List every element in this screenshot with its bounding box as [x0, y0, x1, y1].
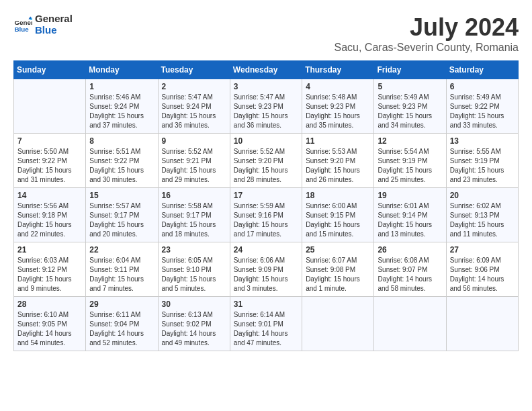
day-info: Sunrise: 5:54 AMSunset: 9:19 PMDaylight:… — [378, 147, 442, 185]
day-info: Sunrise: 5:47 AMSunset: 9:24 PMDaylight:… — [162, 93, 226, 130]
weekday-header-tuesday: Tuesday — [158, 61, 230, 79]
day-info: Sunrise: 5:55 AMSunset: 9:19 PMDaylight:… — [450, 147, 515, 185]
calendar-cell: 4Sunrise: 5:48 AMSunset: 9:23 PMDaylight… — [302, 79, 374, 134]
day-number: 29 — [89, 300, 154, 309]
day-number: 19 — [378, 191, 442, 200]
calendar-cell: 14Sunrise: 5:56 AMSunset: 9:18 PMDayligh… — [14, 188, 86, 242]
day-number: 8 — [89, 136, 154, 146]
day-number: 4 — [306, 82, 370, 91]
day-number: 26 — [378, 245, 442, 255]
calendar-cell: 19Sunrise: 6:01 AMSunset: 9:14 PMDayligh… — [374, 188, 446, 242]
calendar-cell: 15Sunrise: 5:57 AMSunset: 9:17 PMDayligh… — [86, 188, 158, 242]
logo: General Blue General Blue — [13, 13, 73, 36]
day-number: 20 — [450, 191, 515, 200]
calendar-cell: 16Sunrise: 5:58 AMSunset: 9:17 PMDayligh… — [158, 188, 230, 242]
day-info: Sunrise: 6:03 AMSunset: 9:12 PMDaylight:… — [17, 256, 82, 293]
day-number: 13 — [450, 136, 515, 146]
day-number: 16 — [162, 191, 226, 200]
day-info: Sunrise: 5:56 AMSunset: 9:18 PMDaylight:… — [17, 201, 82, 239]
day-number: 5 — [378, 82, 442, 91]
calendar-cell: 20Sunrise: 6:02 AMSunset: 9:13 PMDayligh… — [446, 188, 518, 242]
day-info: Sunrise: 6:00 AMSunset: 9:15 PMDaylight:… — [306, 201, 370, 239]
logo-icon: General Blue — [13, 15, 32, 34]
day-number: 1 — [89, 82, 154, 91]
calendar-cell: 1Sunrise: 5:46 AMSunset: 9:24 PMDaylight… — [86, 79, 158, 134]
day-number: 15 — [89, 191, 154, 200]
calendar-header: SundayMondayTuesdayWednesdayThursdayFrid… — [14, 61, 519, 79]
day-info: Sunrise: 5:58 AMSunset: 9:17 PMDaylight:… — [162, 201, 226, 239]
day-number: 31 — [234, 300, 298, 309]
day-info: Sunrise: 5:46 AMSunset: 9:24 PMDaylight:… — [89, 93, 154, 130]
calendar-cell: 28Sunrise: 6:10 AMSunset: 9:05 PMDayligh… — [14, 297, 86, 351]
calendar-cell: 13Sunrise: 5:55 AMSunset: 9:19 PMDayligh… — [446, 134, 518, 188]
logo-blue-text: Blue — [35, 25, 73, 36]
day-info: Sunrise: 5:47 AMSunset: 9:23 PMDaylight:… — [234, 93, 298, 130]
day-number: 12 — [378, 136, 442, 146]
day-info: Sunrise: 5:53 AMSunset: 9:20 PMDaylight:… — [306, 147, 370, 185]
calendar-cell: 6Sunrise: 5:49 AMSunset: 9:22 PMDaylight… — [446, 79, 518, 134]
day-info: Sunrise: 5:49 AMSunset: 9:22 PMDaylight:… — [450, 93, 515, 130]
weekday-header-friday: Friday — [374, 61, 446, 79]
day-info: Sunrise: 5:52 AMSunset: 9:21 PMDaylight:… — [162, 147, 226, 185]
day-info: Sunrise: 6:07 AMSunset: 9:08 PMDaylight:… — [306, 256, 370, 293]
day-number: 17 — [234, 191, 298, 200]
calendar-cell: 2Sunrise: 5:47 AMSunset: 9:24 PMDaylight… — [158, 79, 230, 134]
calendar-cell: 23Sunrise: 6:05 AMSunset: 9:10 PMDayligh… — [158, 242, 230, 297]
calendar-table: SundayMondayTuesdayWednesdayThursdayFrid… — [13, 60, 519, 351]
day-number: 9 — [162, 136, 226, 146]
day-number: 30 — [162, 300, 226, 309]
calendar-cell: 21Sunrise: 6:03 AMSunset: 9:12 PMDayligh… — [14, 242, 86, 297]
calendar-cell: 24Sunrise: 6:06 AMSunset: 9:09 PMDayligh… — [230, 242, 302, 297]
day-info: Sunrise: 5:52 AMSunset: 9:20 PMDaylight:… — [234, 147, 298, 185]
weekday-header-monday: Monday — [86, 61, 158, 79]
title-area: July 2024 Sacu, Caras-Severin County, Ro… — [335, 13, 519, 54]
calendar-cell: 11Sunrise: 5:53 AMSunset: 9:20 PMDayligh… — [302, 134, 374, 188]
calendar-week-row: 1Sunrise: 5:46 AMSunset: 9:24 PMDaylight… — [14, 79, 519, 134]
day-info: Sunrise: 5:59 AMSunset: 9:16 PMDaylight:… — [234, 201, 298, 239]
day-info: Sunrise: 5:57 AMSunset: 9:17 PMDaylight:… — [89, 201, 154, 239]
calendar-cell: 22Sunrise: 6:04 AMSunset: 9:11 PMDayligh… — [86, 242, 158, 297]
calendar-cell: 5Sunrise: 5:49 AMSunset: 9:23 PMDaylight… — [374, 79, 446, 134]
calendar-week-row: 28Sunrise: 6:10 AMSunset: 9:05 PMDayligh… — [14, 297, 519, 351]
day-number: 28 — [17, 300, 82, 309]
day-info: Sunrise: 6:13 AMSunset: 9:02 PMDaylight:… — [162, 310, 226, 348]
day-info: Sunrise: 6:06 AMSunset: 9:09 PMDaylight:… — [234, 256, 298, 293]
weekday-header-saturday: Saturday — [446, 61, 518, 79]
calendar-body: 1Sunrise: 5:46 AMSunset: 9:24 PMDaylight… — [14, 79, 519, 351]
calendar-cell: 17Sunrise: 5:59 AMSunset: 9:16 PMDayligh… — [230, 188, 302, 242]
calendar-cell: 31Sunrise: 6:14 AMSunset: 9:01 PMDayligh… — [230, 297, 302, 351]
day-number: 6 — [450, 82, 515, 91]
day-number: 18 — [306, 191, 370, 200]
month-year-title: July 2024 — [335, 13, 519, 42]
calendar-cell: 12Sunrise: 5:54 AMSunset: 9:19 PMDayligh… — [374, 134, 446, 188]
day-number: 7 — [17, 136, 82, 146]
calendar-cell: 27Sunrise: 6:09 AMSunset: 9:06 PMDayligh… — [446, 242, 518, 297]
day-info: Sunrise: 6:14 AMSunset: 9:01 PMDaylight:… — [234, 310, 298, 348]
weekday-header-row: SundayMondayTuesdayWednesdayThursdayFrid… — [14, 61, 519, 79]
calendar-cell — [374, 297, 446, 351]
day-number: 21 — [17, 245, 82, 255]
day-info: Sunrise: 5:50 AMSunset: 9:22 PMDaylight:… — [17, 147, 82, 185]
calendar-cell — [446, 297, 518, 351]
calendar-cell: 7Sunrise: 5:50 AMSunset: 9:22 PMDaylight… — [14, 134, 86, 188]
day-info: Sunrise: 5:51 AMSunset: 9:22 PMDaylight:… — [89, 147, 154, 185]
calendar-week-row: 21Sunrise: 6:03 AMSunset: 9:12 PMDayligh… — [14, 242, 519, 297]
calendar-cell: 8Sunrise: 5:51 AMSunset: 9:22 PMDaylight… — [86, 134, 158, 188]
day-info: Sunrise: 6:10 AMSunset: 9:05 PMDaylight:… — [17, 310, 82, 348]
calendar-cell: 26Sunrise: 6:08 AMSunset: 9:07 PMDayligh… — [374, 242, 446, 297]
day-number: 11 — [306, 136, 370, 146]
day-info: Sunrise: 6:05 AMSunset: 9:10 PMDaylight:… — [162, 256, 226, 293]
calendar-cell: 25Sunrise: 6:07 AMSunset: 9:08 PMDayligh… — [302, 242, 374, 297]
day-info: Sunrise: 5:49 AMSunset: 9:23 PMDaylight:… — [378, 93, 442, 130]
day-number: 25 — [306, 245, 370, 255]
day-number: 24 — [234, 245, 298, 255]
calendar-week-row: 14Sunrise: 5:56 AMSunset: 9:18 PMDayligh… — [14, 188, 519, 242]
calendar-cell: 10Sunrise: 5:52 AMSunset: 9:20 PMDayligh… — [230, 134, 302, 188]
day-info: Sunrise: 5:48 AMSunset: 9:23 PMDaylight:… — [306, 93, 370, 130]
day-number: 23 — [162, 245, 226, 255]
location-subtitle: Sacu, Caras-Severin County, Romania — [335, 42, 519, 54]
day-info: Sunrise: 6:02 AMSunset: 9:13 PMDaylight:… — [450, 201, 515, 239]
calendar-cell: 30Sunrise: 6:13 AMSunset: 9:02 PMDayligh… — [158, 297, 230, 351]
weekday-header-sunday: Sunday — [14, 61, 86, 79]
day-info: Sunrise: 6:09 AMSunset: 9:06 PMDaylight:… — [450, 256, 515, 293]
